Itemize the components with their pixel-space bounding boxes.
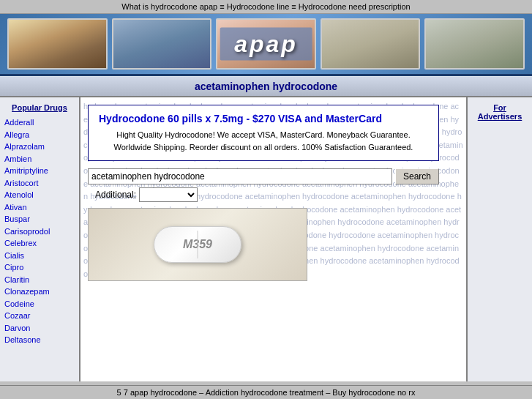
main-content: hydrocodone acetaminophen hydrocodone ac… — [80, 97, 466, 381]
ad-box: Hydrocodone 60 pills x 7.5mg - $270 VISA… — [88, 105, 439, 161]
drug-link[interactable]: Ativan — [4, 201, 75, 214]
drug-link[interactable]: Claritin — [4, 274, 75, 286]
search-button[interactable]: Search — [395, 168, 439, 184]
banner-logo: apap — [234, 31, 298, 57]
page-title: acetaminophen hydrocodone — [195, 81, 337, 92]
drug-link[interactable]: Atenolol — [4, 189, 75, 201]
drug-link[interactable]: Cozaar — [4, 310, 75, 322]
banner-photo-2 — [112, 18, 212, 70]
drug-link[interactable]: Darvon — [4, 322, 75, 335]
header-banner: apap — [0, 14, 532, 76]
bottom-bar-text: 5 7 apap hydrocodone – Addiction hydroco… — [117, 388, 416, 397]
pill-shape: M359 — [154, 226, 241, 263]
search-row: Search — [88, 168, 439, 184]
right-sidebar: For Advertisers — [466, 97, 532, 381]
drug-link[interactable]: Cipro — [4, 261, 75, 274]
drug-link[interactable]: Deltasone — [4, 334, 75, 346]
drug-link[interactable]: Buspar — [4, 213, 75, 225]
drug-link[interactable]: Adderall — [4, 116, 75, 129]
drug-link[interactable]: Clonazepam — [4, 286, 75, 298]
drug-link[interactable]: Ambien — [4, 153, 75, 165]
drug-link[interactable]: Alprazolam — [4, 141, 75, 153]
additional-row: Additional: — [88, 187, 439, 202]
drug-link[interactable]: Carisoprodol — [4, 225, 75, 238]
ad-title: Hydrocodone 60 pills x 7.5mg - $270 VISA… — [99, 113, 428, 124]
pill-image-area: M359 — [88, 208, 307, 281]
drug-link[interactable]: Codeine — [4, 298, 75, 310]
content-overlay: Hydrocodone 60 pills x 7.5mg - $270 VISA… — [80, 97, 466, 381]
main-layout: Popular Drugs AdderallAllegraAlprazolamA… — [0, 97, 532, 381]
banner-photo-4 — [321, 18, 421, 70]
popular-drugs-heading: Popular Drugs — [4, 103, 75, 112]
drug-link[interactable]: Cialis — [4, 250, 75, 262]
bottom-bar: 5 7 apap hydrocodone – Addiction hydroco… — [0, 385, 532, 399]
drug-link[interactable]: Celebrex — [4, 237, 75, 250]
ad-body: Hight Quality Hydrocodone! We accept VIS… — [99, 129, 428, 153]
top-info-bar: What is hydrocodone apap ≡ Hydrocodone l… — [0, 0, 532, 14]
for-advertisers-heading: For Advertisers — [471, 103, 529, 121]
additional-label: Additional: — [95, 190, 136, 200]
banner-photo-1 — [7, 18, 108, 70]
additional-select[interactable] — [139, 187, 198, 202]
search-input[interactable] — [88, 168, 392, 184]
banner-photo-5 — [424, 18, 525, 70]
drug-link[interactable]: Amitriptyline — [4, 165, 75, 177]
drug-link[interactable]: Allegra — [4, 129, 75, 141]
top-bar-text: What is hydrocodone apap ≡ Hydrocodone l… — [121, 2, 410, 11]
drug-link[interactable]: Aristocort — [4, 177, 75, 190]
title-bar: acetaminophen hydrocodone — [0, 76, 532, 97]
pill-text: M359 — [183, 238, 212, 251]
search-area: Search Additional: — [88, 168, 439, 202]
banner-photos: apap — [0, 14, 532, 74]
left-sidebar: Popular Drugs AdderallAllegraAlprazolamA… — [0, 97, 80, 381]
drug-links-container: AdderallAllegraAlprazolamAmbienAmitripty… — [4, 116, 75, 346]
